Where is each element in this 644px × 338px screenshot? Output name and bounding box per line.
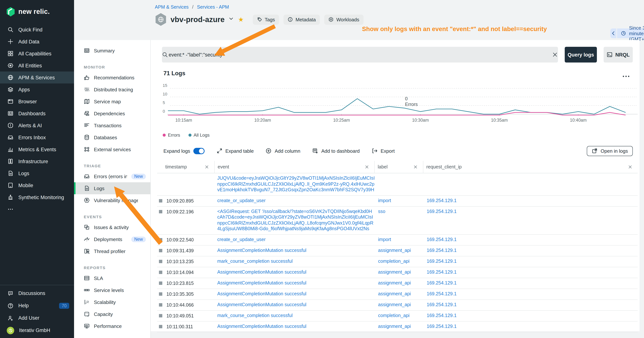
log-ip-link[interactable]: 169.254.129.1 [427, 209, 457, 214]
log-event-link[interactable]: AssignmentCompletionMutation successful [217, 323, 306, 329]
log-event-link[interactable]: AssignmentCompletionMutation successful [217, 302, 306, 307]
sidebar-item-infrastructure[interactable]: Infrastructure [0, 155, 74, 167]
time-back-button[interactable] [610, 29, 616, 38]
sidebar-item-synthetic-monitoring[interactable]: Synthetic Monitoring [0, 191, 74, 203]
column-header-event[interactable]: event [214, 161, 374, 173]
sidebar-item-more[interactable] [0, 203, 74, 215]
remove-column-request_client_ip-button[interactable] [628, 165, 632, 169]
subnav-item-recommendations[interactable]: Recommendations [74, 72, 150, 84]
log-event-link[interactable]: create_or_update_user [217, 198, 266, 203]
sidebar-item-add-user[interactable]: Add User [0, 312, 74, 324]
log-label-link[interactable]: import [378, 237, 391, 242]
subnav-item-distributed-tracing[interactable]: Distributed tracing [74, 84, 150, 96]
remove-column-timestamp-button[interactable] [204, 165, 209, 169]
subnav-item-issues-activity[interactable]: Issues & activity [74, 221, 150, 233]
table-row[interactable]: 10:09:22.196<ASGIRequest: GET '/sso/call… [157, 206, 638, 234]
nrql-button[interactable]: NRQL [604, 47, 633, 63]
sidebar-item-apps[interactable]: Apps [0, 84, 74, 96]
log-ip-link[interactable]: 169.254.129.1 [427, 269, 457, 274]
remove-column-event-button[interactable] [365, 165, 369, 169]
log-label-link[interactable]: completion_api [378, 258, 410, 264]
table-row[interactable]: 10:09:31.439AssignmentCompletionMutation… [157, 245, 638, 256]
sidebar-item-metrics-events[interactable]: Metrics & Events [0, 143, 74, 155]
workloads-button[interactable]: Workloads [324, 15, 363, 25]
legend-item-all-logs[interactable]: All Logs [188, 133, 210, 138]
log-label-link[interactable]: assignment_api [378, 302, 411, 307]
subnav-item-capacity[interactable]: Capacity [74, 308, 150, 320]
sidebar-item-discussions[interactable]: Discussions [0, 287, 74, 299]
sidebar-item-help[interactable]: Help70 [0, 299, 74, 312]
sidebar-item-add-data[interactable]: Add Data [0, 36, 74, 48]
subnav-item-summary[interactable]: Summary [74, 45, 150, 57]
log-label-link[interactable]: assignment_api [378, 291, 411, 296]
table-row[interactable]: 10:09:22.540create_or_update_userimport1… [157, 234, 638, 245]
table-row[interactable]: 10:10:44.066AssignmentCompletionMutation… [157, 300, 638, 310]
sidebar-item-all-entities[interactable]: All Entities [0, 60, 74, 72]
subnav-item-vulnerability-management[interactable]: Vulnerability Management [74, 194, 150, 206]
sidebar-item-dashboards[interactable]: Dashboards [0, 107, 74, 119]
log-event-link[interactable]: AssignmentCompletionMutation successful [217, 269, 306, 274]
subnav-item-errors-inbox[interactable]: Errors (errors inb...New [74, 170, 150, 182]
subnav-item-performance[interactable]: Performance [74, 320, 150, 332]
table-row[interactable]: JUQVU&code=eyJraWQiOiJjcGltY29yZV8wOTI1M… [157, 173, 638, 196]
breadcrumb-apm-services[interactable]: APM & Services [155, 5, 189, 10]
sidebar-item-apm-services[interactable]: APM & Services [0, 72, 74, 84]
log-event-link[interactable]: mark_course_completion successful [217, 313, 293, 318]
table-row[interactable]: 10:10:35.305AssignmentCompletionMutation… [157, 289, 638, 300]
log-ip-link[interactable]: 169.254.129.1 [427, 198, 457, 203]
log-event-link[interactable]: AssignmentCompletionMutation successful [217, 248, 306, 253]
table-row[interactable]: 10:10:14.094AssignmentCompletionMutation… [157, 267, 638, 278]
table-row[interactable]: 10:10:13.235mark_course_completion succe… [157, 256, 638, 267]
log-event-link[interactable]: nppcCI6IkRlZmxhdGUiLCJzZXliOilxLjAifQ..L… [217, 220, 374, 225]
log-event-link[interactable]: <ASGIRequest: GET '/sso/callback/?state=… [217, 209, 372, 214]
log-label-link[interactable]: completion_api [378, 313, 410, 318]
sidebar-item-all-capabilities[interactable]: All Capabilities [0, 48, 74, 60]
panel-menu-button[interactable] [622, 72, 630, 79]
log-event-link[interactable]: cAh7D&code=eyJraWQiOiJjcGltY29yZV8wOTI1M… [217, 214, 373, 220]
clear-query-icon[interactable] [552, 52, 558, 58]
sidebar-item-logs[interactable]: Logs [0, 167, 74, 179]
time-range-dropdown[interactable]: Since 30 minutes ago (GMT+2) [617, 29, 644, 38]
subnav-item-scalability[interactable]: Scalability [74, 296, 150, 308]
log-label-link[interactable]: assignment_api [378, 248, 411, 253]
new-relic-logo[interactable]: new relic. [0, 0, 74, 17]
sidebar-item-browser[interactable]: Browser [0, 96, 74, 107]
log-label-link[interactable]: assignment_api [378, 269, 411, 274]
expand-logs-toggle[interactable]: Expand logs [164, 148, 204, 154]
log-ip-link[interactable]: 169.254.129.1 [427, 248, 457, 253]
legend-item-errors[interactable]: Errors [163, 133, 180, 138]
log-ip-link[interactable]: 169.254.129.1 [427, 291, 457, 296]
tags-button[interactable]: Tags [253, 15, 279, 25]
log-event-link[interactable]: AssignmentCompletionMutation successful [217, 291, 306, 296]
add-to-dashboard-button[interactable]: Add to dashboard [312, 148, 360, 154]
column-header-request_client_ip[interactable]: request_client_ip [423, 161, 638, 173]
log-event-link[interactable]: JUQVU&code=eyJraWQiOiJjcGltY29yZV8wOTI1M… [217, 176, 374, 181]
expand-table-button[interactable]: Expand table [216, 148, 254, 154]
log-label-link[interactable]: sso [378, 209, 386, 214]
log-ip-link[interactable]: 169.254.129.1 [427, 258, 457, 264]
entity-dropdown[interactable] [228, 16, 234, 23]
log-ip-link[interactable]: 169.254.129.1 [427, 237, 457, 242]
column-header-label[interactable]: label [374, 161, 423, 173]
sidebar-item-errors-inbox[interactable]: Errors Inbox [0, 131, 74, 143]
subnav-item-dependencies[interactable]: Dependencies [74, 107, 150, 119]
log-ip-link[interactable]: 169.254.129.1 [427, 302, 457, 307]
sidebar-item-mobile[interactable]: Mobile [0, 179, 74, 191]
subnav-item-logs[interactable]: Logs [74, 182, 150, 194]
query-input[interactable] [168, 52, 552, 58]
log-event-link[interactable]: mark_course_completion successful [217, 258, 293, 264]
log-event-link[interactable]: nppcCI6IkRlZmxhdGUiLCJzZXliOilxLjAifQ..l… [217, 181, 374, 187]
table-row[interactable]: 10:09:20.895create_or_update_userimport1… [157, 196, 638, 206]
log-event-link[interactable]: AssignmentCompletionMutation successful [217, 280, 306, 285]
export-button[interactable]: Export [372, 148, 395, 154]
log-event-link[interactable]: 4LgSjsuUW8B0Mi8-Gdo_f6ofWhjpatNs9jaMs9qK… [217, 226, 369, 231]
subnav-item-databases[interactable]: Databases [74, 131, 150, 143]
table-row[interactable]: 10:10:23.815AssignmentCompletionMutation… [157, 278, 638, 289]
log-ip-link[interactable]: 169.254.129.1 [427, 313, 457, 318]
add-column-button[interactable]: Add column [266, 148, 300, 154]
column-header-timestamp[interactable]: timestamp [157, 161, 214, 173]
favorite-star-icon[interactable]: ★ [238, 16, 244, 23]
remove-column-label-button[interactable] [413, 165, 418, 169]
subnav-item-thread-profiler[interactable]: Thread profiler [74, 245, 150, 257]
open-in-logs-button[interactable]: Open in logs [587, 146, 633, 156]
